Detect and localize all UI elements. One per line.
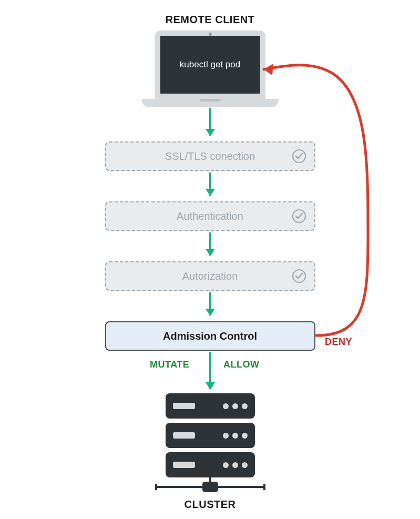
- laptop-base: [142, 99, 279, 107]
- led-icon: [232, 462, 238, 468]
- title-cluster: CLUSTER: [185, 498, 236, 511]
- check-icon: [291, 268, 307, 284]
- title-remote-client: REMOTE CLIENT: [166, 14, 255, 26]
- outcome-deny: DENY: [325, 337, 352, 348]
- outcome-mutate: MUTATE: [150, 359, 189, 370]
- arrow-authz-to-admission: [209, 292, 211, 316]
- stage-label: Autorization: [182, 270, 238, 282]
- stage-label: SSL/TLS conection: [165, 150, 255, 162]
- arrow-admission-to-cluster: [209, 352, 211, 389]
- led-icon: [242, 433, 248, 439]
- led-icon: [223, 403, 229, 409]
- outcome-allow: ALLOW: [223, 359, 259, 370]
- server-network-icon: [166, 477, 255, 493]
- arrow-ssl-to-auth: [209, 172, 211, 196]
- client-command: kubectl get pod: [180, 59, 240, 70]
- led-icon: [232, 403, 238, 409]
- laptop-screen: kubectl get pod: [155, 30, 265, 99]
- server-unit: [166, 393, 255, 419]
- led-icon: [223, 433, 229, 439]
- stage-authentication: Authentication: [105, 201, 315, 231]
- led-icon: [242, 403, 248, 409]
- led-icon: [242, 462, 248, 468]
- stage-authorization: Autorization: [105, 261, 315, 291]
- stage-label: Admission Control: [163, 330, 257, 342]
- stage-label: Authentication: [177, 210, 243, 222]
- arrow-client-to-ssl: [209, 108, 211, 136]
- server-unit: [166, 452, 255, 477]
- stage-ssl-tls: SSL/TLS conection: [105, 141, 315, 171]
- check-icon: [291, 208, 307, 224]
- server-unit: [166, 423, 255, 448]
- check-icon: [291, 148, 307, 164]
- server-cluster-icon: [166, 393, 255, 493]
- arrow-auth-to-authz: [209, 232, 211, 256]
- led-icon: [223, 462, 229, 468]
- laptop-icon: kubectl get pod: [142, 30, 279, 107]
- led-icon: [232, 433, 238, 439]
- request-flow-diagram: REMOTE CLIENT kubectl get pod SSL/TLS co…: [0, 0, 420, 519]
- stage-admission-control: Admission Control: [105, 321, 315, 351]
